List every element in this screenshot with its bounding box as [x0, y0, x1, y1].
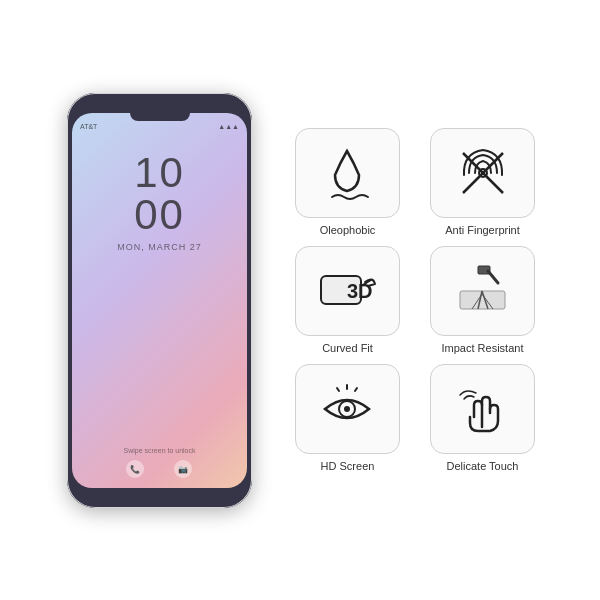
svg-line-17	[337, 388, 339, 391]
phone-section: AT&T ▲▲▲ 10 00 MON, MARCH 27 Swipe scree…	[55, 85, 265, 515]
curved-fit-label: Curved Fit	[322, 342, 373, 354]
phone-notch	[130, 113, 190, 121]
main-container: AT&T ▲▲▲ 10 00 MON, MARCH 27 Swipe scree…	[0, 0, 600, 600]
impact-resistant-label: Impact Resistant	[442, 342, 524, 354]
fingerprint-icon	[453, 143, 513, 203]
feature-item-curved-fit: 3D Curved Fit	[285, 246, 410, 354]
phone-screen: AT&T ▲▲▲ 10 00 MON, MARCH 27 Swipe scree…	[72, 113, 247, 488]
delicate-touch-icon-box	[430, 364, 535, 454]
svg-text:3D: 3D	[347, 280, 373, 302]
camera-icon: 📷	[174, 460, 192, 478]
features-section: Oleophobic Anti Fingerprint	[285, 128, 545, 472]
delicate-touch-icon	[450, 379, 515, 439]
screen-bottom: Swipe screen to unlock 📞 📷	[124, 447, 196, 478]
time-hour: 10	[117, 152, 202, 194]
oleophobic-label: Oleophobic	[320, 224, 376, 236]
delicate-touch-label: Delicate Touch	[447, 460, 519, 472]
feature-item-anti-fingerprint: Anti Fingerprint	[420, 128, 545, 236]
svg-line-16	[355, 388, 357, 391]
feature-item-oleophobic: Oleophobic	[285, 128, 410, 236]
anti-fingerprint-icon-box	[430, 128, 535, 218]
svg-line-12	[488, 271, 498, 283]
curved-fit-icon: 3D	[313, 264, 383, 319]
phone-wrapper: AT&T ▲▲▲ 10 00 MON, MARCH 27 Swipe scree…	[55, 85, 265, 515]
impact-resistant-icon-box	[430, 246, 535, 336]
feature-item-delicate-touch: Delicate Touch	[420, 364, 545, 472]
curved-fit-icon-box: 3D	[295, 246, 400, 336]
phone-body: AT&T ▲▲▲ 10 00 MON, MARCH 27 Swipe scree…	[67, 93, 252, 508]
swipe-text: Swipe screen to unlock	[124, 447, 196, 454]
carrier-label: AT&T	[80, 123, 97, 130]
status-bar: AT&T ▲▲▲	[72, 121, 247, 132]
hd-screen-label: HD Screen	[321, 460, 375, 472]
feature-item-hd-screen: HD Screen	[285, 364, 410, 472]
hd-screen-icon	[315, 379, 380, 439]
oleophobic-icon-box	[295, 128, 400, 218]
bottom-icons: 📞 📷	[124, 460, 196, 478]
svg-point-14	[344, 406, 350, 412]
date-display: MON, MARCH 27	[117, 242, 202, 252]
status-icons: ▲▲▲	[218, 123, 239, 130]
oleophobic-icon	[320, 143, 375, 203]
phone-icon: 📞	[126, 460, 144, 478]
anti-fingerprint-label: Anti Fingerprint	[445, 224, 520, 236]
time-minute: 00	[117, 194, 202, 236]
hd-screen-icon-box	[295, 364, 400, 454]
time-display: 10 00 MON, MARCH 27	[117, 152, 202, 252]
feature-item-impact-resistant: Impact Resistant	[420, 246, 545, 354]
impact-resistant-icon	[450, 261, 515, 321]
